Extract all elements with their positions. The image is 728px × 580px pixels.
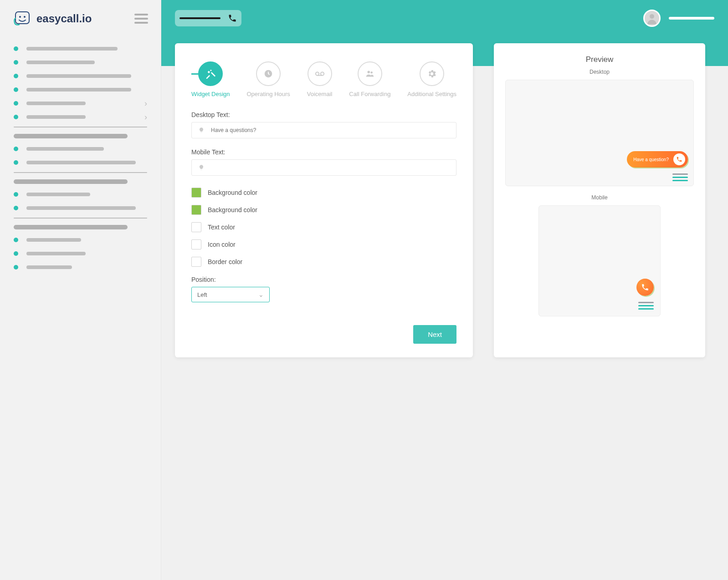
- color-row-background-1[interactable]: Background color: [191, 188, 456, 198]
- nav-item[interactable]: [0, 247, 161, 260]
- step-label: Voicemail: [307, 91, 333, 97]
- widget-form-panel: Widget Design Operating Hours Voicemail …: [175, 43, 473, 357]
- color-swatch[interactable]: [191, 205, 201, 215]
- menu-icon: [672, 173, 688, 181]
- color-label: Icon color: [208, 241, 236, 248]
- preview-mobile-label: Mobile: [505, 194, 694, 201]
- group-icon: [364, 69, 375, 79]
- position-label: Position:: [191, 276, 456, 283]
- preview-desktop-device: Have a question?: [505, 80, 694, 186]
- nav-section-header: [0, 176, 161, 188]
- preview-desktop-label: Desktop: [505, 69, 694, 75]
- nav-item[interactable]: [0, 201, 161, 215]
- step-label: Call Forwarding: [349, 91, 390, 97]
- svg-point-8: [367, 71, 370, 74]
- sidebar-header: easycall.io: [0, 0, 161, 37]
- preview-panel: Preview Desktop Have a question? Mobile: [494, 43, 705, 357]
- widget-preview-desktop: Have a question?: [627, 151, 688, 168]
- nav-separator: [14, 127, 147, 127]
- avatar: [643, 10, 661, 27]
- mobile-text-input-wrapper: [191, 159, 456, 176]
- color-swatch[interactable]: [191, 222, 201, 232]
- logo[interactable]: easycall.io: [13, 9, 92, 28]
- color-label: Border color: [208, 258, 242, 265]
- svg-point-2: [24, 16, 26, 18]
- phone-icon: [673, 153, 685, 165]
- voicemail-icon: [314, 69, 326, 79]
- color-label: Background color: [208, 206, 257, 214]
- widget-preview-text: Have a question?: [633, 157, 669, 162]
- color-label: Text color: [208, 224, 235, 231]
- nav-item[interactable]: [0, 233, 161, 247]
- step-call-forwarding[interactable]: Call Forwarding: [349, 61, 390, 97]
- mobile-text-input[interactable]: [211, 164, 450, 171]
- chevron-down-icon: ⌄: [258, 291, 264, 298]
- color-swatch[interactable]: [191, 188, 201, 198]
- nav-item[interactable]: ›: [0, 110, 161, 124]
- step-label: Operating Hours: [246, 91, 290, 97]
- color-swatch[interactable]: [191, 239, 201, 249]
- nav-item[interactable]: [0, 56, 161, 69]
- desktop-text-input-wrapper: [191, 122, 456, 138]
- sidebar-nav: › ›: [0, 37, 161, 274]
- desktop-text-input[interactable]: [211, 127, 450, 133]
- step-additional-settings[interactable]: Additional Settings: [407, 61, 456, 97]
- call-button[interactable]: [175, 10, 241, 26]
- color-row-border[interactable]: Border color: [191, 257, 456, 267]
- nav-item[interactable]: [0, 42, 161, 56]
- bulb-icon: [198, 164, 205, 171]
- menu-icon: [638, 302, 654, 310]
- nav-item[interactable]: [0, 83, 161, 97]
- position-select-value: Left: [197, 291, 207, 298]
- svg-point-1: [19, 16, 21, 18]
- sidebar: easycall.io › ›: [0, 0, 161, 580]
- color-swatch[interactable]: [191, 257, 201, 267]
- logo-icon: [13, 9, 32, 28]
- nav-separator: [14, 172, 147, 173]
- tools-icon: [205, 69, 215, 79]
- nav-item[interactable]: ›: [0, 97, 161, 110]
- next-button[interactable]: Next: [413, 325, 456, 344]
- content: Widget Design Operating Hours Voicemail …: [161, 43, 728, 357]
- mobile-text-label: Mobile Text:: [191, 148, 456, 156]
- nav-section-header: [0, 130, 161, 142]
- stepper: Widget Design Operating Hours Voicemail …: [191, 61, 456, 97]
- widget-preview-mobile: [636, 279, 654, 296]
- svg-point-9: [370, 71, 373, 74]
- main: › Widget Design Operating Hours Voicemai…: [161, 0, 728, 580]
- phone-icon: [228, 14, 237, 23]
- phone-icon: [641, 283, 649, 291]
- step-operating-hours[interactable]: Operating Hours: [246, 61, 290, 97]
- chevron-right-icon: ›: [144, 99, 147, 108]
- logo-text: easycall.io: [36, 12, 92, 25]
- clock-icon: [263, 69, 273, 79]
- color-row-background-2[interactable]: Background color: [191, 205, 456, 215]
- step-widget-design[interactable]: Widget Design: [191, 61, 230, 97]
- nav-separator: [14, 218, 147, 219]
- preview-mobile-device: [538, 205, 661, 316]
- nav-item[interactable]: [0, 142, 161, 156]
- color-options: Background color Background color Text c…: [191, 188, 456, 267]
- color-label: Background color: [208, 189, 257, 196]
- svg-point-3: [650, 14, 654, 19]
- user-menu[interactable]: [643, 10, 714, 27]
- color-row-text[interactable]: Text color: [191, 222, 456, 232]
- nav-item[interactable]: [0, 156, 161, 169]
- svg-point-5: [315, 72, 318, 75]
- nav-item[interactable]: [0, 188, 161, 201]
- svg-rect-0: [15, 12, 29, 24]
- position-select[interactable]: Left ⌄: [191, 287, 270, 302]
- color-row-icon[interactable]: Icon color: [191, 239, 456, 249]
- chevron-right-icon: ›: [144, 112, 147, 122]
- step-voicemail[interactable]: Voicemail: [307, 61, 333, 97]
- nav-item[interactable]: [0, 69, 161, 83]
- preview-title: Preview: [505, 55, 694, 64]
- user-name-placeholder: [669, 17, 714, 20]
- nav-section-header: [0, 221, 161, 233]
- nav-item[interactable]: [0, 260, 161, 274]
- menu-toggle-icon[interactable]: [134, 14, 148, 24]
- gear-icon: [427, 69, 437, 79]
- step-label: Additional Settings: [407, 91, 456, 97]
- desktop-text-label: Desktop Text:: [191, 111, 456, 118]
- topbar: [161, 0, 728, 36]
